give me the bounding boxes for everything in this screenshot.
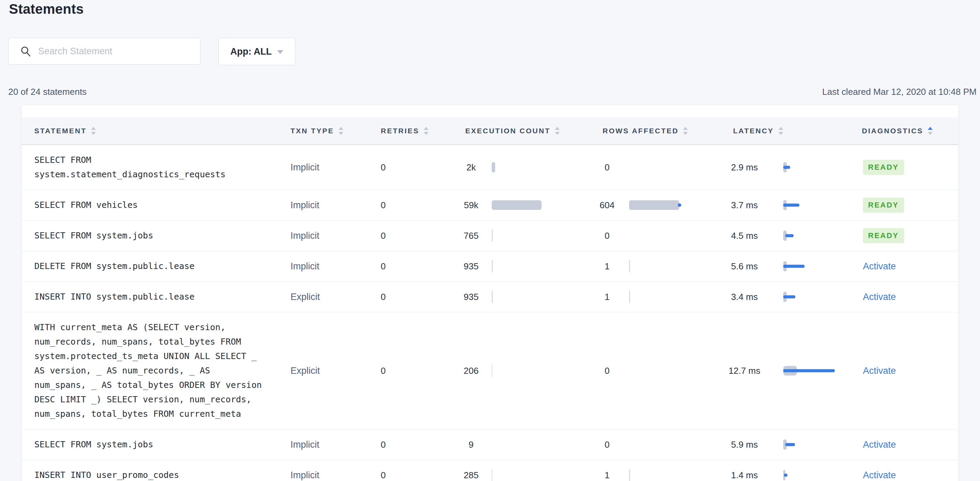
column-header-label: LATENCY [733,127,774,135]
table-row: SELECT FROM system.jobs Implicit 0 765 0… [22,221,958,251]
rows-affected-bar-fill [629,200,679,210]
statement-text[interactable]: DELETE FROM system.public.lease [34,259,264,274]
diagnostics-activate-link[interactable]: Activate [863,440,896,450]
table-row: SELECT FROM system.jobs Implicit 0 9 0 5… [22,430,958,460]
sort-arrows-icon [555,127,560,135]
table-row: SELECT FROM system.statement_diagnostics… [22,145,958,190]
latency-value: 2.9 ms [714,162,775,173]
execution-count-bar-fill [492,291,493,303]
diagnostics-cell: READY [863,228,904,243]
statements-count: 20 of 24 statements [8,87,86,97]
execution-count-bar-fill [492,229,493,242]
diagnostics-cell: Activate [863,470,896,481]
column-header-label: RETRIES [381,127,419,135]
page-title: Statements [9,2,84,17]
column-header-label: DIAGNOSTICS [862,127,923,135]
txn-type-value: Implicit [291,231,319,241]
diagnostics-cell: Activate [863,292,896,303]
search-input[interactable] [37,46,193,57]
latency-value: 12.7 ms [714,366,775,376]
latency-bar-fill [784,474,788,477]
sort-arrows-icon [339,127,344,135]
table-row: INSERT INTO user_promo_codes Implicit 0 … [22,460,958,481]
diagnostics-activate-link[interactable]: Activate [863,366,896,376]
latency-bar [783,230,855,242]
execution-count-bar-fill [492,365,492,377]
statements-table: STATEMENT TXN TYPE RETRIES EXECUTION COU… [22,105,958,481]
statement-text[interactable]: SELECT FROM system.jobs [34,437,264,452]
latency-bar [783,161,855,173]
sort-arrows-icon [683,127,688,135]
column-header-retries[interactable]: RETRIES [381,127,428,135]
sort-arrows-icon [424,127,428,135]
rows-affected-value: 0 [576,366,638,376]
search-icon [20,46,31,57]
app-filter-dropdown[interactable]: App: ALL [218,38,295,65]
table-row: DELETE FROM system.public.lease Implicit… [22,251,958,282]
rows-affected-value: 604 [576,200,638,210]
rows-affected-bar-fill [629,260,630,272]
column-header-txn-type[interactable]: TXN TYPE [291,127,344,135]
statement-text[interactable]: SELECT FROM system.jobs [34,228,264,243]
txn-type-value: Implicit [291,470,319,481]
latency-bar-fill [785,443,795,446]
diagnostics-cell: READY [863,160,904,175]
latency-value: 5.6 ms [714,261,775,272]
txn-type-value: Implicit [291,440,319,450]
latency-bar [783,469,855,481]
column-header-rows-affected[interactable]: ROWS AFFECTED [603,127,688,135]
rows-affected-value: 1 [576,292,638,303]
retries-value: 0 [356,440,411,450]
table-row: SELECT FROM vehicles Implicit 0 59k 604 … [22,190,958,221]
app-filter-label: App: ALL [231,46,272,57]
txn-type-value: Implicit [291,200,319,210]
latency-bar-fill [783,370,835,373]
retries-value: 0 [356,231,411,241]
column-header-execution-count[interactable]: EXECUTION COUNT [465,127,560,135]
execution-count-bar-fill [492,260,493,272]
latency-value: 1.4 ms [714,470,775,481]
diagnostics-cell: Activate [863,261,896,272]
diagnostics-activate-link[interactable]: Activate [863,470,896,480]
latency-value: 3.7 ms [714,200,775,210]
statement-text[interactable]: SELECT FROM system.statement_diagnostics… [34,153,264,182]
table-row: INSERT INTO system.public.lease Explicit… [22,282,958,312]
latency-bar [783,365,855,377]
column-header-label: ROWS AFFECTED [603,127,679,135]
statement-text[interactable]: INSERT INTO user_promo_codes [34,468,264,481]
txn-type-value: Implicit [291,261,319,272]
diagnostics-activate-link[interactable]: Activate [863,292,896,302]
diagnostics-cell: Activate [863,440,896,450]
txn-type-value: Explicit [291,292,320,303]
statement-text[interactable]: INSERT INTO system.public.lease [34,290,264,304]
retries-value: 0 [356,162,411,173]
latency-bar [783,199,855,211]
column-header-label: STATEMENT [34,127,86,135]
rows-affected-bar-fill [629,291,630,303]
rows-affected-value: 1 [576,261,638,272]
statement-text[interactable]: SELECT FROM vehicles [34,198,264,212]
last-cleared-text: Last cleared Mar 12, 2020 at 10:48 PM [822,87,977,97]
latency-value: 5.9 ms [714,440,775,450]
sort-arrows-icon [778,127,783,135]
retries-value: 0 [356,470,411,481]
statement-text[interactable]: WITH current_meta AS (SELECT version, nu… [34,320,264,421]
execution-count-bar-fill [492,200,541,210]
diagnostics-activate-link[interactable]: Activate [863,261,896,271]
sort-arrows-icon [928,127,932,135]
column-header-diagnostics[interactable]: DIAGNOSTICS [862,127,932,135]
rows-affected-dot [678,203,681,207]
column-header-latency[interactable]: LATENCY [733,127,783,135]
latency-value: 4.5 ms [714,231,775,241]
latency-bar [783,291,855,303]
execution-count-bar-fill [492,469,492,481]
latency-bar [783,260,855,272]
diagnostics-ready-badge: READY [863,197,904,213]
column-header-statement[interactable]: STATEMENT [34,127,96,135]
latency-bar-fill [783,295,795,299]
latency-bar [783,439,855,451]
column-header-label: EXECUTION COUNT [465,127,550,135]
table-body: SELECT FROM system.statement_diagnostics… [22,145,958,481]
txn-type-value: Implicit [291,162,319,173]
chevron-down-icon [277,50,283,54]
